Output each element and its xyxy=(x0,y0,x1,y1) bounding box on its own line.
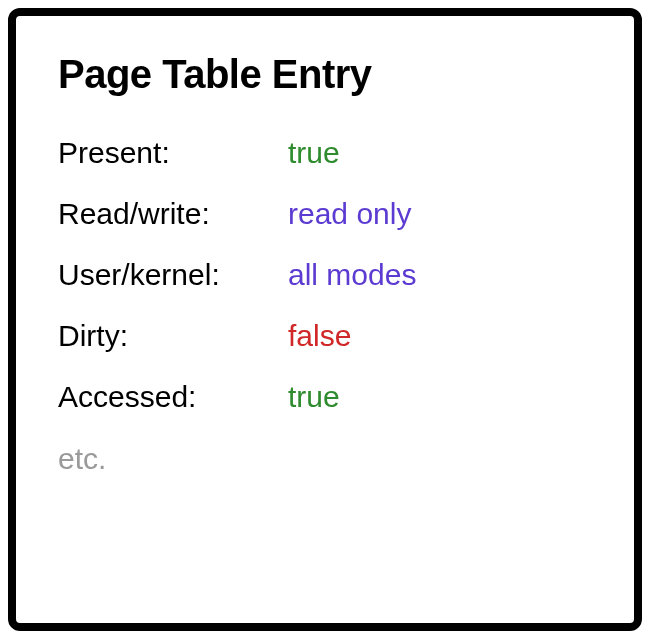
page-table-entry-panel: Page Table Entry Present: true Read/writ… xyxy=(8,8,642,631)
entry-value-userkernel: all modes xyxy=(288,255,416,294)
entry-value-present: true xyxy=(288,133,340,172)
entry-row: User/kernel: all modes xyxy=(58,255,592,294)
entry-row: Read/write: read only xyxy=(58,194,592,233)
entry-row: Dirty: false xyxy=(58,316,592,355)
entry-row: Present: true xyxy=(58,133,592,172)
entry-value-accessed: true xyxy=(288,377,340,416)
panel-title: Page Table Entry xyxy=(58,52,592,97)
entry-value-readwrite: read only xyxy=(288,194,411,233)
entry-label-present: Present: xyxy=(58,133,288,172)
etc-text: etc. xyxy=(58,442,592,476)
entry-label-readwrite: Read/write: xyxy=(58,194,288,233)
entry-label-userkernel: User/kernel: xyxy=(58,255,288,294)
entry-label-dirty: Dirty: xyxy=(58,316,288,355)
entry-label-accessed: Accessed: xyxy=(58,377,288,416)
entry-value-dirty: false xyxy=(288,316,351,355)
entry-row: Accessed: true xyxy=(58,377,592,416)
